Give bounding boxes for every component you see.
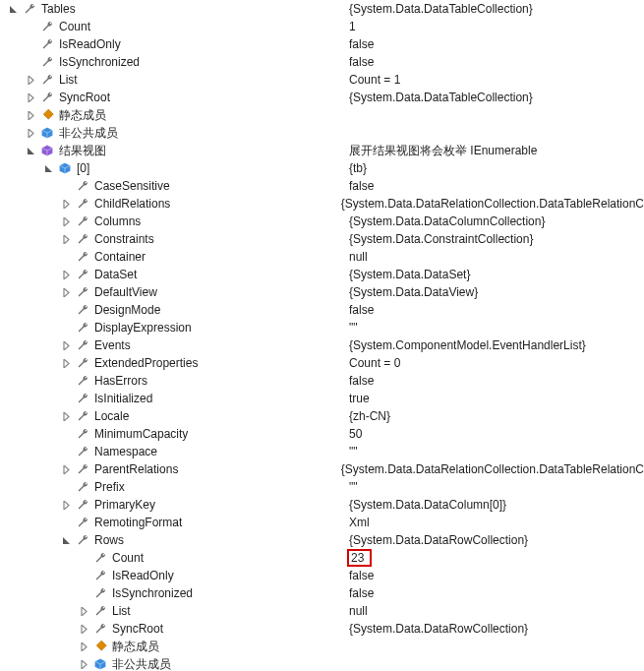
expand-toggle-icon[interactable] [26, 75, 36, 86]
expand-toggle-icon[interactable] [61, 340, 72, 351]
tree-row[interactable]: IsSynchronizedfalse [0, 584, 644, 602]
tree-row[interactable]: Events{System.ComponentModel.EventHandle… [0, 336, 644, 354]
expand-toggle-icon[interactable] [61, 535, 72, 546]
expand-toggle-icon[interactable] [79, 659, 89, 670]
expand-toggle-icon[interactable] [26, 110, 36, 121]
tree-row[interactable]: SyncRoot{System.Data.DataTableCollection… [0, 89, 644, 106]
cube-blue-icon [39, 125, 55, 141]
tree-row[interactable]: 结果视图展开结果视图将会枚举 IEnumerable [0, 142, 644, 159]
tree-row[interactable]: Columns{System.Data.DataColumnCollection… [0, 213, 644, 230]
expand-toggle-icon[interactable] [61, 199, 72, 210]
tree-row[interactable]: 非公共成员 [0, 655, 644, 671]
tree-row[interactable]: [0]{tb} [0, 159, 644, 177]
tree-row[interactable]: 静态成员 [0, 106, 644, 124]
tree-row[interactable]: ExtendedPropertiesCount = 0 [0, 354, 644, 372]
tree-row[interactable]: CaseSensitivefalse [0, 177, 644, 195]
tree-row[interactable]: 非公共成员 [0, 124, 644, 142]
tree-row[interactable]: 静态成员 [0, 638, 644, 655]
expand-toggle-icon[interactable] [61, 464, 72, 475]
tree-row[interactable]: DesignModefalse [0, 301, 644, 319]
wrench-icon [75, 515, 90, 530]
property-name: Tables [41, 2, 76, 16]
property-value: Count = 0 [349, 356, 400, 370]
tree-row[interactable]: ListCount = 1 [0, 71, 644, 89]
property-value: false [349, 374, 374, 388]
tree-row[interactable]: DisplayExpression"" [0, 319, 644, 336]
expand-toggle-icon[interactable] [61, 500, 72, 511]
tree-row[interactable]: ParentRelations{System.Data.DataRelation… [0, 460, 644, 478]
property-value: {System.Data.DataColumnCollection} [349, 214, 545, 228]
tree-row[interactable]: ChildRelations{System.Data.DataRelationC… [0, 195, 644, 213]
property-value: false [349, 569, 374, 582]
tree-row[interactable]: IsReadOnlyfalse [0, 567, 644, 584]
property-name: ChildRelations [94, 197, 170, 211]
property-value: {System.Data.ConstraintCollection} [349, 232, 533, 246]
tree-row[interactable]: Tables{System.Data.DataTableCollection} [0, 0, 644, 18]
property-value: {System.Data.DataRowCollection} [349, 533, 528, 547]
wrench-icon [39, 36, 55, 52]
tree-row[interactable]: HasErrorsfalse [0, 372, 644, 390]
tree-row[interactable]: PrimaryKey{System.Data.DataColumn[0]} [0, 496, 644, 514]
tree-row[interactable]: DataSet{System.Data.DataSet} [0, 266, 644, 283]
property-name: IsSynchronized [59, 55, 140, 69]
wrench-icon [75, 249, 90, 265]
property-value: false [349, 586, 374, 600]
property-name: HasErrors [94, 374, 147, 388]
expand-toggle-icon[interactable] [26, 92, 36, 103]
wrench-icon [75, 355, 90, 371]
tree-row[interactable]: Namespace"" [0, 443, 644, 460]
tree-row[interactable]: Count1 [0, 18, 644, 35]
expand-toggle-icon[interactable] [61, 270, 72, 280]
wrench-icon [39, 19, 55, 34]
property-name: DesignMode [94, 303, 160, 317]
tree-row[interactable]: SyncRoot{System.Data.DataRowCollection} [0, 620, 644, 638]
tree-row[interactable]: Prefix"" [0, 478, 644, 496]
property-value: {System.Data.DataColumn[0]} [349, 498, 506, 512]
property-name: Container [94, 250, 146, 264]
tree-row[interactable]: IsReadOnlyfalse [0, 35, 644, 53]
expand-toggle-icon[interactable] [61, 216, 72, 227]
expand-toggle-icon[interactable] [61, 358, 72, 369]
property-name: DefaultView [94, 285, 157, 299]
tree-row[interactable]: IsSynchronizedfalse [0, 53, 644, 71]
expand-toggle-icon[interactable] [61, 234, 72, 245]
expand-toggle-icon[interactable] [43, 163, 54, 174]
tree-row[interactable]: Constraints{System.Data.ConstraintCollec… [0, 230, 644, 248]
expand-toggle-icon[interactable] [61, 411, 72, 422]
wrench-icon [92, 585, 108, 601]
property-value: Xml [349, 516, 370, 529]
wrench-icon [39, 72, 55, 88]
wrench-icon [75, 267, 90, 282]
expand-toggle-icon[interactable] [61, 287, 72, 298]
expand-toggle-icon[interactable] [8, 4, 19, 15]
property-name: IsSynchronized [112, 586, 193, 600]
property-name: SyncRoot [112, 622, 163, 636]
property-name: Prefix [94, 480, 125, 494]
property-value: "" [349, 321, 358, 335]
property-value: null [349, 604, 368, 618]
tree-row[interactable]: Listnull [0, 602, 644, 620]
property-name: Columns [94, 214, 141, 228]
property-value: {System.Data.DataRelationCollection.Data… [341, 462, 644, 476]
tree-row[interactable]: Locale{zh-CN} [0, 407, 644, 425]
expand-toggle-icon[interactable] [79, 641, 89, 652]
expand-toggle-icon[interactable] [79, 624, 89, 635]
tree-row[interactable]: Containernull [0, 248, 644, 266]
property-name: Constraints [94, 232, 154, 246]
tree-row[interactable]: MinimumCapacity50 [0, 425, 644, 443]
wrench-icon [22, 1, 37, 17]
tree-row[interactable]: Rows{System.Data.DataRowCollection} [0, 531, 644, 549]
expand-toggle-icon[interactable] [26, 128, 36, 139]
tree-row[interactable]: RemotingFormatXml [0, 514, 644, 531]
tree-row[interactable]: IsInitializedtrue [0, 390, 644, 407]
property-name: CaseSensitive [94, 179, 170, 193]
expand-toggle-icon[interactable] [79, 606, 89, 617]
property-value: false [349, 37, 374, 51]
wrench-icon [75, 231, 90, 247]
expand-toggle-icon[interactable] [26, 146, 36, 156]
wrench-icon [75, 302, 90, 318]
tree-row[interactable]: DefaultView{System.Data.DataView} [0, 283, 644, 301]
property-value: 23 [347, 549, 372, 567]
debug-watch-tree: Tables{System.Data.DataTableCollection}C… [0, 0, 644, 671]
tree-row[interactable]: Count23 [0, 549, 644, 567]
